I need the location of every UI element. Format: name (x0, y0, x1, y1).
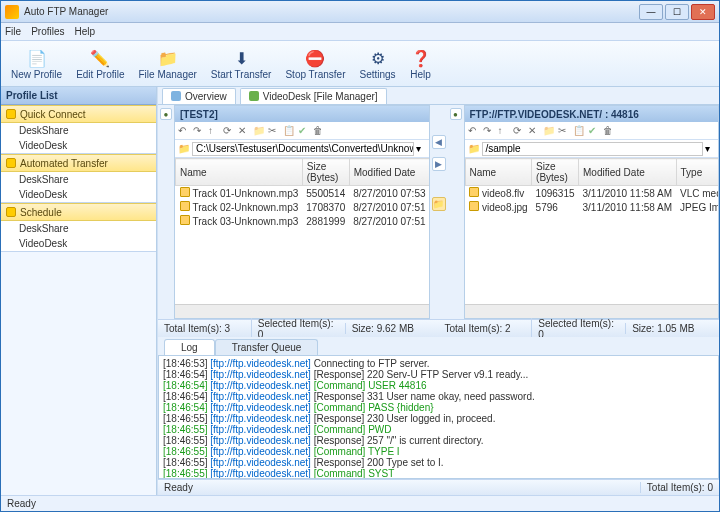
minimize-button[interactable]: — (639, 4, 663, 20)
section-automated-transfer[interactable]: Automated Transfer (1, 154, 156, 172)
remote-scrollbar[interactable] (465, 304, 719, 318)
tb-stop-transfer[interactable]: ⛔Stop Transfer (279, 45, 351, 82)
menu-file[interactable]: File (5, 26, 21, 37)
nav-icon[interactable]: ● (450, 108, 462, 120)
section-schedule[interactable]: Schedule (1, 203, 156, 221)
remote-path[interactable]: /sample (482, 142, 704, 156)
menu-help[interactable]: Help (74, 26, 95, 37)
tb-edit-profile[interactable]: ✏️Edit Profile (70, 45, 130, 82)
arrow-left-icon[interactable]: ◀ (432, 135, 446, 149)
remote-title: FTP://FTP.VIDEODESK.NET/ : 44816 (465, 106, 719, 122)
right-vtoolbar: ● (448, 105, 464, 319)
tb-settings[interactable]: ⚙Settings (353, 45, 401, 82)
profile-videodesk[interactable]: VideoDesk (1, 236, 156, 251)
transfer-arrows: ◀ ▶ 📁 (430, 105, 448, 319)
local-title: [TEST2] (175, 106, 429, 122)
tb-new-profile[interactable]: 📄New Profile (5, 45, 68, 82)
local-status: Total Item(s): 3 Selected Item(s): 0 Siz… (158, 319, 439, 337)
tab-log[interactable]: Log (164, 339, 215, 355)
local-path[interactable]: C:\Users\Testuser\Documents\Converted\Un… (192, 142, 414, 156)
app-icon (5, 5, 19, 19)
sidebar-title: Profile List (1, 87, 156, 105)
nav-icon[interactable]: ● (160, 108, 172, 120)
toolbar: 📄New Profile✏️Edit Profile📁File Manager⬇… (1, 41, 719, 87)
tb-file-manager[interactable]: 📁File Manager (133, 45, 203, 82)
app-statusbar: Ready (1, 495, 719, 511)
table-row[interactable]: video8.flv10963153/11/2010 11:58 AMVLC m… (465, 186, 718, 201)
tab-videodesk[interactable]: VideoDesk [File Manager] (240, 88, 387, 104)
main-tabs: Overview VideoDesk [File Manager] (158, 87, 719, 105)
local-scrollbar[interactable] (175, 304, 429, 318)
log-status: Ready Total Item(s): 0 (158, 479, 719, 495)
table-row[interactable]: Track 03-Unknown.mp328819998/27/2010 07:… (176, 214, 429, 228)
log-tabs: Log Transfer Queue (158, 337, 719, 355)
local-pane: [TEST2] ↶↷↑⟳✕📁✂📋✔🗑 📁C:\Users\Testuser\Do… (174, 105, 430, 319)
tb-start-transfer[interactable]: ⬇Start Transfer (205, 45, 278, 82)
tab-overview[interactable]: Overview (162, 88, 236, 104)
log-panel[interactable]: [18:46:53] [ftp://ftp.videodesk.net] Con… (158, 355, 719, 479)
left-vtoolbar: ● (158, 105, 174, 319)
app-title: Auto FTP Manager (24, 6, 639, 17)
remote-toolbar: ↶↷↑⟳✕📁✂📋✔🗑 (465, 122, 719, 140)
tb-help[interactable]: ❓Help (404, 45, 438, 82)
profile-videodesk[interactable]: VideoDesk (1, 138, 156, 153)
remote-list[interactable]: NameSize (Bytes)Modified DateTypevideo8.… (465, 158, 719, 304)
remote-pane: FTP://FTP.VIDEODESK.NET/ : 44816 ↶↷↑⟳✕📁✂… (464, 105, 720, 319)
tab-transfer-queue[interactable]: Transfer Queue (215, 339, 319, 355)
profile-videodesk[interactable]: VideoDesk (1, 187, 156, 202)
local-toolbar: ↶↷↑⟳✕📁✂📋✔🗑 (175, 122, 429, 140)
sidebar: Profile List Quick ConnectDeskShareVideo… (1, 87, 157, 495)
folder-icon[interactable]: 📁 (432, 197, 446, 211)
maximize-button[interactable]: ☐ (665, 4, 689, 20)
menu-profiles[interactable]: Profiles (31, 26, 64, 37)
table-row[interactable]: Track 02-Unknown.mp317083708/27/2010 07:… (176, 200, 429, 214)
profile-deskshare[interactable]: DeskShare (1, 172, 156, 187)
arrow-right-icon[interactable]: ▶ (432, 157, 446, 171)
table-row[interactable]: Track 01-Unknown.mp355005148/27/2010 07:… (176, 186, 429, 201)
menubar: File Profiles Help (1, 23, 719, 41)
profile-deskshare[interactable]: DeskShare (1, 123, 156, 138)
profile-deskshare[interactable]: DeskShare (1, 221, 156, 236)
titlebar: Auto FTP Manager — ☐ ✕ (1, 1, 719, 23)
close-button[interactable]: ✕ (691, 4, 715, 20)
remote-status: Total Item(s): 2 Selected Item(s): 0 Siz… (439, 319, 720, 337)
table-row[interactable]: video8.jpg57963/11/2010 11:58 AMJPEG Ima… (465, 200, 718, 214)
local-list[interactable]: NameSize (Bytes)Modified DateTypeTrack 0… (175, 158, 429, 304)
section-quick-connect[interactable]: Quick Connect (1, 105, 156, 123)
